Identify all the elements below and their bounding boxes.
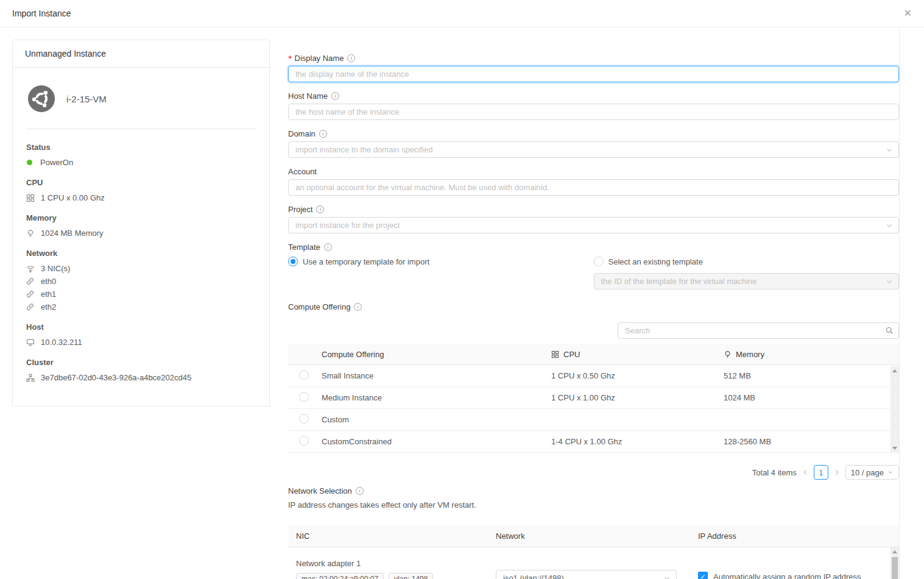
offering-cpu: 1 CPU x 1.00 Ghz xyxy=(551,393,724,402)
col-header-ip: IP Address xyxy=(698,531,899,541)
compute-offering-table: Compute Offering CPU xyxy=(288,344,899,453)
host-value: 10.0.32.211 xyxy=(41,338,82,347)
required-asterisk: * xyxy=(288,54,292,63)
info-icon[interactable]: i xyxy=(316,205,324,213)
nic-table: NIC Network IP Address Network adapter 1… xyxy=(288,525,899,579)
card-title: Unmanaged Instance xyxy=(13,40,269,68)
row-radio[interactable] xyxy=(299,392,309,402)
scroll-thumb xyxy=(892,557,898,579)
row-radio[interactable] xyxy=(299,414,309,424)
network-selection-label: Network Selection xyxy=(288,486,352,496)
chevron-down-icon xyxy=(886,222,893,231)
offering-memory: 1024 MB xyxy=(724,393,899,402)
row-radio[interactable] xyxy=(299,370,309,380)
cpu-label: CPU xyxy=(26,178,256,187)
table-row[interactable]: Medium Instance 1 CPU x 1.00 Ghz 1024 MB xyxy=(288,387,899,409)
cpu-grid-icon xyxy=(551,350,559,358)
info-icon[interactable]: i xyxy=(347,54,355,62)
close-icon[interactable]: ✕ xyxy=(904,9,912,18)
offering-name: CustomConstrained xyxy=(322,437,551,446)
col-header-cpu: CPU xyxy=(563,350,580,359)
project-select[interactable]: import instance for the project xyxy=(288,217,899,233)
offering-name: Small Instance xyxy=(322,371,551,380)
template-select-placeholder: the ID of the template for the virtual m… xyxy=(601,277,757,286)
nic-row: Network adapter 1 mac: 02:00:24:a9:00:07… xyxy=(288,547,899,579)
table-scrollbar[interactable] xyxy=(890,366,899,453)
vlan-tag: vlan: 1498 xyxy=(389,573,433,579)
modal-body: Unmanaged Instance xyxy=(0,27,924,579)
cluster-label: Cluster xyxy=(26,358,256,367)
chevron-down-icon xyxy=(887,469,894,475)
memory-label: Memory xyxy=(26,213,256,222)
info-icon[interactable]: i xyxy=(319,130,327,138)
unmanaged-instance-card: Unmanaged Instance xyxy=(12,40,270,407)
auto-assign-checkbox[interactable]: ✓ xyxy=(698,572,708,579)
vm-name: i-2-15-VM xyxy=(66,94,107,104)
next-page-icon[interactable] xyxy=(833,469,841,476)
account-label: Account xyxy=(288,167,317,176)
host-label: Host xyxy=(26,322,256,332)
page-size-select[interactable]: 10 / page xyxy=(845,465,899,480)
project-label: Project xyxy=(288,205,312,214)
page-size-value: 10 / page xyxy=(851,468,884,477)
nic-table-scrollbar[interactable] xyxy=(890,547,899,579)
nic-network-select[interactable]: iso1 (vlan://1498) xyxy=(496,570,677,579)
table-row[interactable]: Small Instance 1 CPU x 0.50 Ghz 512 MB xyxy=(288,365,899,387)
network-label: Network xyxy=(26,249,256,258)
radio-temporary-template[interactable]: Use a temporary template for import xyxy=(288,257,594,266)
search-icon[interactable] xyxy=(886,327,894,336)
wifi-icon xyxy=(26,265,35,273)
chevron-down-icon xyxy=(886,278,893,287)
pagination-total: Total 4 items xyxy=(752,468,797,477)
radio-existing-template-label: Select an existing template xyxy=(608,257,703,266)
col-header-nic: NIC xyxy=(288,531,496,541)
link-icon xyxy=(26,277,35,286)
domain-label: Domain xyxy=(288,129,316,138)
prev-page-icon[interactable] xyxy=(802,469,809,476)
nic-network-value: iso1 (vlan://1498) xyxy=(503,574,564,579)
modal-header: Import Instance ✕ xyxy=(0,0,924,27)
link-icon xyxy=(26,290,35,299)
chevron-down-icon xyxy=(663,575,671,579)
interface-name: eth0 xyxy=(41,277,56,286)
display-name-input[interactable] xyxy=(288,66,899,82)
scroll-down-icon xyxy=(892,447,897,450)
import-form: * Display Name i Host Name i Domain i im… xyxy=(288,40,899,579)
radio-icon[interactable] xyxy=(594,257,604,266)
host-name-input[interactable] xyxy=(288,104,899,120)
col-header-memory: Memory xyxy=(736,350,764,359)
table-row[interactable]: CustomConstrained 1-4 CPU x 1.00 Ghz 128… xyxy=(288,431,899,453)
info-icon[interactable]: i xyxy=(331,92,339,100)
page-number[interactable]: 1 xyxy=(814,465,828,480)
info-icon[interactable]: i xyxy=(324,243,332,251)
status-dot-icon xyxy=(27,160,32,165)
ubuntu-os-icon xyxy=(27,85,55,113)
domain-select[interactable]: import instance to the domain specified xyxy=(288,141,899,158)
radio-existing-template[interactable]: Select an existing template xyxy=(594,257,900,266)
scroll-up-icon xyxy=(892,369,897,372)
cpu-grid-icon xyxy=(26,194,35,202)
network-selection-note: IP address changes takes effect only aft… xyxy=(288,500,899,510)
offering-cpu: 1-4 CPU x 1.00 Ghz xyxy=(551,437,724,446)
radio-icon[interactable] xyxy=(288,257,298,266)
template-select: the ID of the template for the virtual m… xyxy=(594,273,900,290)
nic-count: 3 NIC(s) xyxy=(41,264,70,273)
row-radio[interactable] xyxy=(299,436,309,446)
template-label: Template xyxy=(288,243,320,252)
memory-value: 1024 MB Memory xyxy=(41,229,104,238)
scroll-divider xyxy=(899,27,900,579)
compute-offering-label: Compute Offering xyxy=(288,302,350,311)
info-icon[interactable]: i xyxy=(354,303,362,311)
auto-assign-label: Automatically assign a random IP address xyxy=(713,572,861,579)
cluster-icon xyxy=(26,374,35,382)
status-value: PowerOn xyxy=(40,158,73,167)
cluster-value: 3e7dbe67-02d0-43e3-926a-a4bce202cd45 xyxy=(41,373,191,382)
info-icon[interactable]: i xyxy=(356,487,364,495)
table-row[interactable]: Custom xyxy=(288,409,899,431)
search-input[interactable] xyxy=(618,322,899,339)
divider xyxy=(26,129,256,129)
col-header-offering: Compute Offering xyxy=(322,350,384,359)
modal-title: Import Instance xyxy=(12,9,71,18)
account-input[interactable] xyxy=(288,179,899,196)
status-label: Status xyxy=(26,143,256,152)
